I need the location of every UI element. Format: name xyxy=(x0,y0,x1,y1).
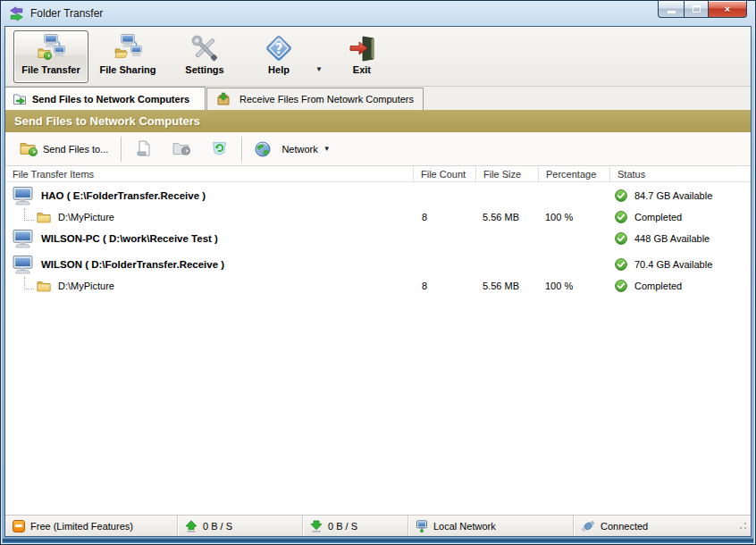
connection-status-text: Connected xyxy=(601,521,648,532)
tab-receive-label: Receive Files From Netowrk Computers xyxy=(239,94,414,105)
percentage-value: 100 % xyxy=(538,281,609,291)
window-controls: × xyxy=(658,1,747,18)
status-text: Completed xyxy=(634,281,682,291)
app-window: Folder Transfer × File Transfer File Sha… xyxy=(0,0,756,545)
tree-connector xyxy=(24,277,34,289)
column-file-transfer-items[interactable]: File Transfer Items xyxy=(5,166,413,181)
column-status[interactable]: Status xyxy=(609,166,751,181)
help-label: Help xyxy=(268,64,290,75)
computer-name: HAO ( E:\FolderTransfer.Receive ) xyxy=(41,190,206,201)
download-speed-text: 0 B / S xyxy=(328,521,357,532)
settings-label: Settings xyxy=(185,64,223,75)
exit-door-icon xyxy=(348,34,376,63)
help-icon xyxy=(265,34,293,63)
folder-go-icon xyxy=(172,141,190,157)
folder-icon xyxy=(37,280,51,292)
license-text: Free (Limited Features) xyxy=(30,521,133,532)
status-check-icon xyxy=(615,211,627,223)
open-folder-button[interactable] xyxy=(166,137,197,162)
status-bar: Free (Limited Features) 0 B / S 0 B / S … xyxy=(5,515,751,536)
separator xyxy=(241,137,242,162)
tab-send-label: Send Files to Network Computers xyxy=(32,94,189,105)
file-transfer-icon xyxy=(37,34,65,63)
connection-status: Connected xyxy=(574,516,735,536)
table-row-folder[interactable]: D:\MyPicture 8 5.56 MB 100 % Completed xyxy=(5,206,751,228)
maximize-button[interactable] xyxy=(684,1,709,18)
status-check-icon xyxy=(615,232,627,245)
network-dropdown[interactable]: Network ▼ xyxy=(249,138,335,160)
status-check-icon xyxy=(615,189,627,202)
send-files-tab-icon xyxy=(13,92,27,106)
file-count-value: 8 xyxy=(413,281,475,291)
file-size-value: 5.56 MB xyxy=(475,281,538,291)
download-arrow-icon xyxy=(310,520,323,532)
network-status: Local Network xyxy=(408,516,574,536)
close-button[interactable]: × xyxy=(709,1,747,18)
refresh-button[interactable] xyxy=(204,137,234,162)
exit-button[interactable]: Exit xyxy=(328,30,396,83)
license-status: Free (Limited Features) xyxy=(5,516,178,536)
upload-arrow-icon xyxy=(185,520,197,532)
app-transfer-icon xyxy=(9,6,24,21)
resize-grip[interactable] xyxy=(735,521,748,533)
globe-icon xyxy=(255,141,271,157)
help-dropdown-icon[interactable]: ▼ xyxy=(315,65,323,73)
main-toolbar: File Transfer File Sharing Settings Help… xyxy=(5,27,751,87)
status-text: Completed xyxy=(634,212,682,222)
percentage-value: 100 % xyxy=(538,212,609,222)
local-network-icon xyxy=(416,520,428,532)
computer-icon xyxy=(13,187,33,205)
network-status-text: Local Network xyxy=(433,521,496,532)
column-file-size[interactable]: File Size xyxy=(475,166,538,181)
action-toolbar: Send Files to... Network ▼ xyxy=(5,132,751,166)
status-check-icon xyxy=(615,258,627,271)
page-minus-icon xyxy=(137,140,151,158)
upload-speed-text: 0 B / S xyxy=(203,521,232,532)
section-header-bar: Send Files to Network Computers xyxy=(5,110,751,132)
folder-path: D:\MyPicture xyxy=(58,281,114,291)
computer-name: WILSON ( D:\FolderTransfer.Receive ) xyxy=(41,259,224,270)
titlebar[interactable]: Folder Transfer xyxy=(1,1,755,26)
tab-receive-files[interactable]: Receive Files From Netowrk Computers xyxy=(206,88,424,110)
file-sharing-label: File Sharing xyxy=(100,64,156,75)
file-sharing-button[interactable]: File Sharing xyxy=(90,30,165,83)
folder-icon xyxy=(37,211,51,223)
column-percentage[interactable]: Percentage xyxy=(538,166,609,181)
close-icon: × xyxy=(725,4,730,14)
network-label: Network xyxy=(281,144,317,155)
send-folder-icon xyxy=(20,141,38,157)
exit-label: Exit xyxy=(353,64,371,75)
maximize-icon xyxy=(693,5,701,13)
status-text: 70.4 GB Available xyxy=(634,259,712,270)
receive-files-tab-icon xyxy=(216,92,231,106)
remove-item-button[interactable] xyxy=(129,137,159,162)
minimize-icon xyxy=(668,11,676,13)
file-count-value: 8 xyxy=(413,212,475,222)
tab-send-files[interactable]: Send Files to Network Computers xyxy=(5,87,206,110)
plug-icon xyxy=(581,520,595,532)
license-badge-icon xyxy=(13,520,25,532)
settings-button[interactable]: Settings xyxy=(167,30,242,83)
section-header-title: Send Files to Network Computers xyxy=(14,114,200,128)
client-area: File Transfer File Sharing Settings Help… xyxy=(4,26,752,537)
computer-icon xyxy=(13,256,33,274)
help-button[interactable]: Help xyxy=(244,30,314,83)
status-check-icon xyxy=(615,280,627,292)
send-files-to-button[interactable]: Send Files to... xyxy=(14,138,113,160)
status-text: 448 GB Available xyxy=(634,233,710,244)
file-transfer-button[interactable]: File Transfer xyxy=(13,30,88,83)
minimize-button[interactable] xyxy=(658,1,684,18)
file-size-value: 5.56 MB xyxy=(475,212,538,222)
table-row-computer-wilson-pc[interactable]: WILSON-PC ( D:\work\Receive Test ) 448 G… xyxy=(5,228,751,249)
window-title: Folder Transfer xyxy=(30,7,103,20)
tab-bar: Send Files to Network Computers Receive … xyxy=(5,87,751,110)
file-transfer-label: File Transfer xyxy=(21,64,80,75)
file-sharing-icon xyxy=(113,34,142,63)
table-row-computer-wilson[interactable]: WILSON ( D:\FolderTransfer.Receive ) 70.… xyxy=(5,254,751,275)
tree-connector xyxy=(24,208,34,221)
send-files-to-label: Send Files to... xyxy=(43,144,108,155)
computer-name: WILSON-PC ( D:\work\Receive Test ) xyxy=(41,233,218,244)
table-row-folder[interactable]: D:\MyPicture 8 5.56 MB 100 % Completed xyxy=(5,275,751,297)
column-file-count[interactable]: File Count xyxy=(413,166,475,181)
table-row-computer-hao[interactable]: HAO ( E:\FolderTransfer.Receive ) 84.7 G… xyxy=(5,185,751,206)
